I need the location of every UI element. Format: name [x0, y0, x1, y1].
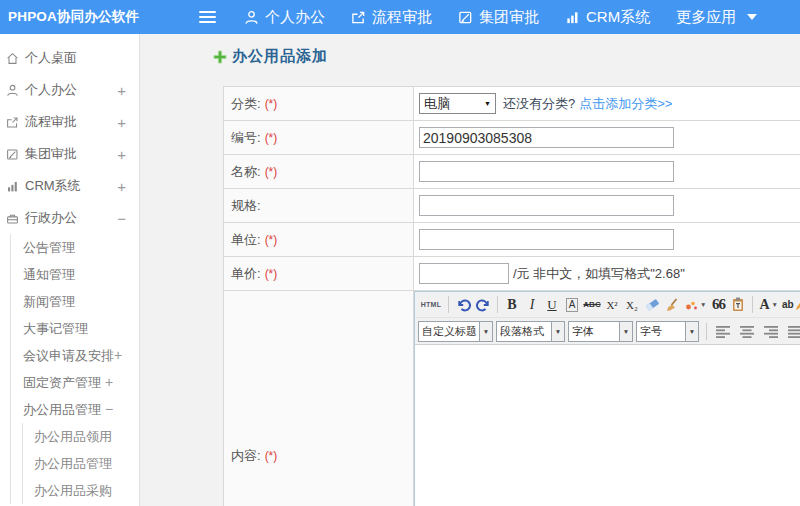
app-logo[interactable]: PHPOA协同办公软件 — [8, 0, 139, 34]
sidebar-item-fixed-assets[interactable]: 固定资产管理 + — [11, 369, 139, 396]
form-row-code: 编号:(*) — [224, 121, 800, 155]
highlight-color-button[interactable]: ab ▼ — [780, 294, 800, 316]
sidebar-item-supplies-manage[interactable]: 办公用品管理 — [23, 450, 139, 477]
align-justify-button[interactable] — [785, 320, 800, 342]
sidebar-item-group-approval[interactable]: 集团审批 + — [0, 138, 139, 170]
price-suffix: /元 非中文，如填写格式"2.68" — [513, 265, 685, 283]
custom-title-select[interactable]: 自定义标题▼ — [418, 321, 493, 342]
eraser-button[interactable] — [642, 294, 662, 316]
sidebar-item-events[interactable]: 大事记管理 — [11, 315, 139, 342]
caret-down-icon: ▼ — [552, 321, 565, 342]
sidebar-item-announcement[interactable]: 公告管理 — [11, 234, 139, 261]
nav-label: 集团审批 — [479, 8, 539, 27]
sidebar-item-personal-office[interactable]: 个人办公 + — [0, 74, 139, 106]
collapse-icon[interactable]: − — [101, 401, 113, 417]
name-input[interactable] — [419, 161, 674, 182]
nav-process-approval[interactable]: 流程审批 — [344, 0, 439, 34]
superscript-button[interactable]: X² — [602, 294, 622, 316]
required-mark: (*) — [265, 131, 278, 145]
editor-toolbar-row1: HTML B I U A ABC X² — [415, 292, 800, 318]
editor-toolbar-row2: 自定义标题▼ 段落格式▼ 字体▼ 字号▼ — [415, 318, 800, 345]
add-category-link[interactable]: 点击添加分类>> — [579, 95, 672, 113]
align-right-button[interactable] — [761, 320, 781, 342]
nav-more-apps[interactable]: 更多应用 — [669, 0, 764, 34]
html-source-button[interactable]: HTML — [418, 294, 444, 316]
nav-label: CRM系统 — [586, 8, 650, 27]
top-nav: 个人办公 流程审批 集团审批 CRM系统 更多应用 — [237, 0, 764, 34]
expand-icon[interactable]: + — [117, 82, 126, 99]
field-label: 名称:(*) — [224, 155, 414, 188]
sidebar-item-supplies-purchase[interactable]: 办公用品采购 — [23, 477, 139, 504]
sidebar-item-label: CRM系统 — [25, 177, 81, 195]
menu-toggle-icon[interactable] — [199, 11, 216, 24]
topbar: PHPOA协同办公软件 个人办公 流程审批 集团审批 CRM系统 更多应用 — [0, 0, 800, 34]
edit-icon — [458, 10, 473, 25]
expand-icon[interactable]: + — [117, 178, 126, 195]
field-label: 分类:(*) — [224, 87, 414, 120]
category-select[interactable]: 电脑 ▼ — [419, 93, 496, 114]
sidebar-item-crm[interactable]: CRM系统 + — [0, 170, 139, 202]
font-family-select[interactable]: 字体▼ — [568, 321, 633, 342]
nav-crm[interactable]: CRM系统 — [558, 0, 657, 34]
code-input[interactable] — [419, 127, 674, 148]
font-style-button[interactable]: A — [566, 298, 579, 312]
underline-button[interactable]: U — [542, 294, 562, 316]
bold-button[interactable]: B — [502, 294, 522, 316]
strikethrough-button[interactable]: ABC — [582, 294, 602, 316]
process-icon — [6, 116, 19, 129]
admin-office-submenu: 公告管理 通知管理 新闻管理 大事记管理 会议申请及安排+ 固定资产管理 + 办… — [10, 234, 139, 504]
sidebar-item-admin-office[interactable]: 行政办公 − — [0, 202, 139, 234]
blockquote-button[interactable]: 66 — [708, 294, 728, 316]
sidebar-item-process-approval[interactable]: 流程审批 + — [0, 106, 139, 138]
undo-button[interactable] — [453, 294, 473, 316]
expand-icon[interactable]: + — [117, 146, 126, 163]
expand-icon[interactable]: + — [101, 374, 113, 390]
align-center-button[interactable] — [737, 320, 757, 342]
briefcase-icon — [6, 212, 19, 225]
spec-input[interactable] — [419, 195, 674, 216]
paste-button[interactable] — [728, 294, 748, 316]
form-row-unit: 单位:(*) — [224, 223, 800, 257]
align-left-button[interactable] — [713, 320, 733, 342]
required-mark: (*) — [265, 449, 278, 463]
sidebar-item-office-supplies[interactable]: 办公用品管理 − — [11, 396, 139, 423]
sidebar-item-desktop[interactable]: 个人桌面 — [0, 42, 139, 74]
nav-personal-office[interactable]: 个人办公 — [237, 0, 332, 34]
field-label: 编号:(*) — [224, 121, 414, 154]
paint-format-button[interactable]: ▼ — [682, 294, 708, 316]
collapse-icon[interactable]: − — [117, 210, 126, 227]
sidebar: 个人桌面 个人办公 + 流程审批 + 集团审批 + CRM系统 + 行政办公 − — [0, 34, 140, 506]
font-color-button[interactable]: A▼ — [757, 294, 780, 316]
subscript-button[interactable]: X₂ — [622, 294, 642, 316]
sidebar-item-supplies-borrow[interactable]: 办公用品领用 — [23, 423, 139, 450]
nav-group-approval[interactable]: 集团审批 — [451, 0, 546, 34]
font-size-select[interactable]: 字号▼ — [636, 321, 699, 342]
redo-button[interactable] — [473, 294, 493, 316]
unit-input[interactable] — [419, 229, 674, 250]
field-label: 规格: — [224, 189, 414, 222]
caret-down-icon: ▼ — [700, 301, 706, 308]
process-icon — [351, 10, 366, 25]
format-brush-button[interactable] — [662, 294, 682, 316]
editor-content-area[interactable] — [415, 345, 800, 506]
italic-button[interactable]: I — [522, 294, 542, 316]
paragraph-format-select[interactable]: 段落格式▼ — [496, 321, 565, 342]
required-mark: (*) — [265, 165, 278, 179]
main-content: 办公用品添加 分类:(*) 电脑 ▼ 还没有分类? 点击添加分类>> 编号:(*… — [141, 34, 800, 506]
office-supplies-submenu: 办公用品领用 办公用品管理 办公用品采购 — [22, 423, 139, 504]
sidebar-item-label: 集团审批 — [25, 145, 77, 163]
sidebar-item-label: 行政办公 — [25, 209, 77, 227]
expand-icon[interactable]: + — [117, 114, 126, 131]
edit-icon — [6, 148, 19, 161]
sidebar-item-news[interactable]: 新闻管理 — [11, 288, 139, 315]
sidebar-item-meeting[interactable]: 会议申请及安排+ — [11, 342, 139, 369]
price-input[interactable] — [419, 263, 509, 284]
sidebar-item-notice[interactable]: 通知管理 — [11, 261, 139, 288]
form-row-price: 单价:(*) /元 非中文，如填写格式"2.68" — [224, 257, 800, 291]
office-supplies-submenu-wrap: 办公用品领用 办公用品管理 办公用品采购 — [11, 423, 139, 504]
sidebar-item-label: 流程审批 — [25, 113, 77, 131]
form-row-spec: 规格: — [224, 189, 800, 223]
field-label: 单位:(*) — [224, 223, 414, 256]
expand-icon[interactable]: + — [114, 347, 122, 363]
category-hint: 还没有分类? — [503, 95, 575, 113]
